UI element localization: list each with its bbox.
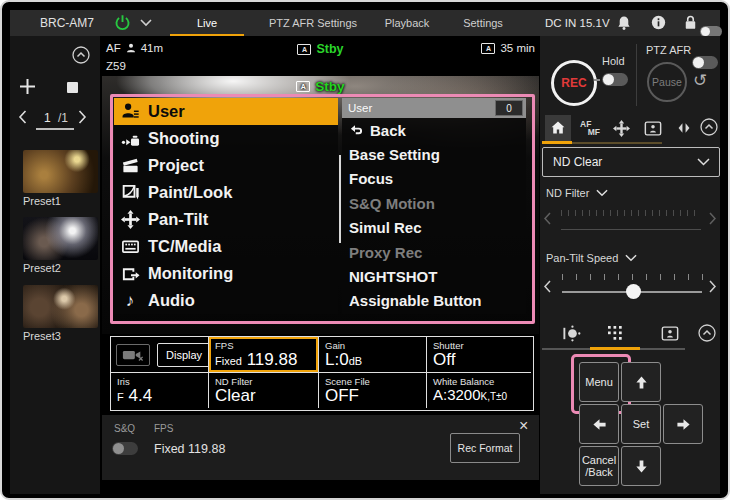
afr-reset-button[interactable]: ↺ — [693, 70, 707, 91]
shutter-setting[interactable]: Shutter Off — [427, 337, 531, 373]
menu-item-pan-tilt[interactable]: Pan-Tilt — [114, 206, 338, 233]
set-button[interactable]: Set — [621, 404, 661, 444]
preset-thumbnail-3[interactable] — [23, 285, 98, 328]
pan-tilt-speed-section-header[interactable]: Pan-Tilt Speed — [546, 252, 637, 264]
power-icon — [114, 14, 131, 31]
menu-item-user[interactable]: User — [114, 98, 338, 125]
speed-slider-right-button[interactable] — [709, 280, 717, 293]
left-button[interactable] — [579, 404, 619, 444]
submenu-item-focus[interactable]: Focus — [342, 167, 526, 191]
right-arrow-icon — [676, 417, 691, 432]
tab-playback[interactable]: Playback — [372, 10, 442, 36]
rec-section-divider — [636, 44, 637, 106]
iris-prefix: F — [117, 391, 124, 403]
menu-item-shooting[interactable]: Shooting — [114, 125, 338, 152]
submenu-item-assignable-button[interactable]: Assignable Button — [342, 289, 526, 313]
chevron-up-circle-icon — [700, 118, 718, 136]
submenu-item-sq-motion: S&Q Motion — [342, 191, 526, 215]
sidebar-collapse-button[interactable] — [72, 46, 90, 64]
close-icon[interactable]: × — [519, 417, 528, 435]
menu-button[interactable]: Menu — [579, 362, 619, 402]
menu-item-monitoring[interactable]: Monitoring — [114, 260, 338, 287]
cancel-label-line1: Cancel — [582, 454, 616, 466]
notifications-button[interactable] — [617, 15, 631, 31]
page-next-button[interactable] — [78, 110, 87, 124]
user-icon — [120, 102, 140, 122]
panel-collapse-button[interactable] — [700, 118, 718, 136]
power-input-status: DC IN 15.1V — [545, 17, 610, 29]
add-preset-button[interactable] — [19, 78, 36, 95]
submenu-item-simul-rec[interactable]: Simul Rec — [342, 216, 526, 240]
tab-home[interactable] — [545, 115, 571, 141]
submenu-item-nightshot[interactable]: NIGHTSHOT — [342, 264, 526, 288]
right-button[interactable] — [663, 404, 703, 444]
cancel-back-button[interactable]: Cancel /Back — [579, 446, 619, 486]
tab-settings[interactable]: Settings — [448, 10, 518, 36]
power-dropdown-button[interactable] — [140, 19, 152, 27]
info-button[interactable] — [651, 15, 666, 30]
nd-filter-section-header[interactable]: ND Filter — [546, 187, 608, 199]
rec-format-button[interactable]: Rec Format — [450, 433, 520, 463]
white-balance-setting[interactable]: White Balance A:3200K,T±0 — [427, 373, 531, 408]
tab-pan-tilt[interactable] — [608, 115, 634, 141]
nd-slider-track — [561, 229, 701, 230]
lock-toggle[interactable] — [700, 26, 722, 37]
bottom-active-tab-underline — [590, 347, 640, 350]
scene-file-setting[interactable]: Scene File OFF — [319, 373, 427, 408]
tab-ptz-afr-settings[interactable]: PTZ AFR Settings — [252, 10, 374, 36]
menu-item-shooting-label: Shooting — [148, 129, 219, 148]
menu-item-paint-look[interactable]: Paint/Look — [114, 179, 338, 206]
submenu-item-back-label: Back — [370, 122, 406, 139]
pause-button[interactable]: Pause — [647, 62, 687, 102]
tab-joystick[interactable] — [558, 320, 584, 346]
menu-item-project[interactable]: Project — [114, 152, 338, 179]
tab-menu-keypad[interactable] — [602, 320, 628, 346]
pan-tilt-icon — [613, 120, 630, 137]
bottom-panel-collapse-button[interactable] — [698, 324, 716, 342]
sq-toggle[interactable] — [112, 442, 138, 455]
iris-setting[interactable]: Iris F 4.4 — [111, 373, 209, 408]
display-button[interactable]: Display — [157, 343, 211, 367]
page-prev-button[interactable] — [18, 110, 27, 124]
hold-toggle[interactable] — [602, 73, 628, 86]
menu-item-tc-media[interactable]: TC/Media — [114, 233, 338, 260]
menu-item-audio[interactable]: ♪ Audio — [114, 287, 338, 314]
preset-thumbnail-1[interactable] — [23, 150, 98, 193]
tab-preset-frame[interactable] — [640, 115, 666, 141]
joystick-icon — [562, 324, 581, 343]
video-monitor[interactable]: A Stby User Shooting Project — [102, 76, 539, 334]
preset-thumbnail-2[interactable] — [23, 217, 98, 260]
gain-setting[interactable]: Gain L:0dB — [319, 337, 427, 373]
mf-label: MF — [588, 128, 600, 137]
bell-icon — [617, 15, 631, 31]
submenu-item-back[interactable]: Back — [342, 118, 526, 142]
page-number: 1 — [44, 111, 51, 125]
menu-item-tc-media-label: TC/Media — [148, 237, 221, 256]
overlay-camera-a-icon: A — [296, 81, 310, 92]
up-button[interactable] — [621, 362, 661, 402]
rec-button[interactable]: REC — [551, 60, 597, 106]
tab-preset-frame-2[interactable] — [657, 320, 683, 346]
submenu-item-label: Focus — [349, 170, 393, 187]
fps-value: 119.88 — [247, 350, 298, 369]
menu-main-list: User Shooting Project Paint/Look Pan-Til… — [114, 98, 338, 314]
tab-live[interactable]: Live — [170, 10, 244, 36]
camera-off-button[interactable] — [116, 344, 150, 366]
ptz-afr-toggle[interactable] — [692, 56, 718, 69]
chevron-up-circle-icon — [72, 46, 90, 64]
down-button[interactable] — [621, 446, 661, 486]
nd-dropdown[interactable]: ND Clear — [542, 147, 720, 177]
nd-filter-setting[interactable]: ND Filter Clear — [209, 373, 319, 408]
app-window: BRC-AM7 Live PTZ AFR Settings Playback S… — [0, 0, 730, 500]
tab-adjust[interactable] — [673, 115, 695, 141]
speed-slider-left-button[interactable] — [543, 280, 551, 293]
stop-button[interactable] — [67, 82, 78, 93]
menu-scrollbar[interactable] — [339, 155, 341, 243]
display-cell: Display — [111, 337, 209, 373]
fps-setting[interactable]: FPS Fixed 119.88 — [209, 337, 319, 373]
submenu-item-proxy-rec: Proxy Rec — [342, 240, 526, 264]
submenu-item-base-setting[interactable]: Base Setting — [342, 142, 526, 166]
speed-slider-knob[interactable] — [626, 284, 641, 299]
power-button[interactable] — [114, 14, 131, 31]
tab-af-mf[interactable]: AF MF — [577, 115, 603, 141]
